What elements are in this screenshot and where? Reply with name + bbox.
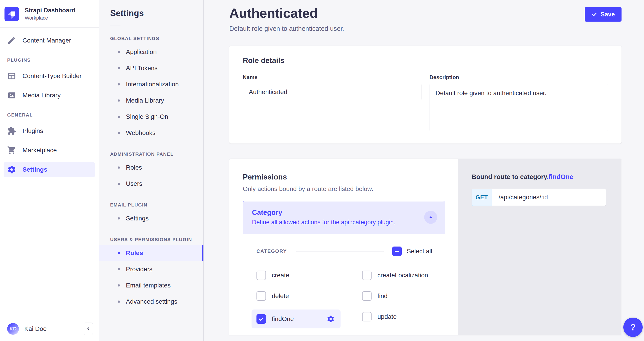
bullet-icon [118, 217, 120, 219]
settings-item-webhooks[interactable]: Webhooks [99, 125, 204, 141]
bullet-icon [118, 284, 120, 286]
gear-icon [326, 315, 335, 323]
user-name: Kai Doe [24, 325, 47, 332]
settings-item-api-tokens[interactable]: API Tokens [99, 60, 204, 76]
sidebar-item-plugins[interactable]: Plugins [4, 124, 95, 138]
settings-sidebar-title: Settings [99, 9, 204, 18]
findone-checkbox[interactable] [256, 314, 266, 324]
select-all-checkbox[interactable] [392, 246, 402, 256]
sidebar-footer: KD Kai Doe [0, 317, 99, 341]
chevron-up-icon [428, 214, 434, 220]
sidebar-item-content-manager[interactable]: Content Manager [4, 33, 95, 48]
http-method-badge: GET [472, 189, 492, 206]
sidebar-item-media-library[interactable]: Media Library [4, 88, 95, 103]
bullet-icon [118, 252, 120, 254]
bound-route-heading: Bound route to category.findOne [472, 173, 607, 181]
minus-icon [395, 251, 399, 252]
section-email-plugin: EMAIL PLUGIN [110, 202, 192, 208]
settings-item-up-roles[interactable]: Roles [99, 245, 204, 261]
settings-item-single-sign-on[interactable]: Single Sign-On [99, 109, 204, 125]
bullet-icon [118, 67, 120, 69]
select-all-label: Select all [407, 248, 432, 255]
check-icon [592, 12, 597, 17]
category-accordion: Category Define all allowed actions for … [243, 201, 445, 335]
edit-pen-icon [7, 36, 16, 45]
settings-sidebar: Settings GLOBAL SETTINGS Application API… [99, 0, 204, 341]
permission-createlocalization: createLocalization [362, 268, 432, 282]
permission-update: update [362, 309, 432, 324]
sidebar-item-content-type-builder[interactable]: Content-Type Builder [4, 69, 95, 84]
settings-item-internationalization[interactable]: Internationalization [99, 76, 204, 93]
check-icon [258, 316, 264, 322]
bullet-icon [118, 300, 120, 303]
category-accordion-header[interactable]: Category Define all allowed actions for … [243, 201, 445, 234]
sidebar-item-marketplace[interactable]: Marketplace [4, 143, 95, 158]
description-textarea[interactable]: Default role given to authenticated user… [430, 84, 608, 131]
save-button[interactable]: Save [585, 7, 622, 22]
description-label: Description [430, 74, 608, 81]
name-input[interactable] [243, 84, 422, 100]
category-group-label: CATEGORY [256, 248, 287, 254]
find-checkbox[interactable] [362, 291, 372, 301]
settings-item-email-templates[interactable]: Email templates [99, 277, 204, 293]
route-param: :id [541, 194, 548, 201]
strapi-logo-icon [4, 7, 19, 21]
sidebar-item-label: Content Manager [22, 37, 71, 44]
sidebar-item-label: Media Library [22, 92, 61, 99]
section-global-settings: GLOBAL SETTINGS [110, 36, 192, 41]
route-display: GET /api/categories/:id [472, 189, 606, 206]
chevron-left-icon [86, 326, 91, 332]
settings-item-email-settings[interactable]: Settings [99, 210, 204, 226]
section-administration-panel: ADMINISTRATION PANEL [110, 151, 192, 157]
settings-item-media-library[interactable]: Media Library [99, 93, 204, 109]
sidebar-item-label: Content-Type Builder [22, 73, 82, 80]
bullet-icon [118, 83, 120, 86]
route-path: /api/categories/:id [492, 189, 606, 206]
role-details-card: Role details Name Description Default ro… [229, 46, 622, 144]
permission-create: create [256, 268, 362, 282]
settings-item-admin-users[interactable]: Users [99, 176, 204, 192]
permissions-heading: Permissions [243, 173, 445, 181]
collapse-accordion-button[interactable] [424, 211, 437, 224]
bullet-icon [118, 166, 120, 169]
accordion-description: Define all allowed actions for the api::… [252, 219, 396, 226]
nav-section-general: GENERAL [7, 112, 95, 118]
createlocalization-checkbox[interactable] [362, 271, 372, 280]
avatar[interactable]: KD [7, 323, 19, 335]
create-checkbox[interactable] [256, 271, 266, 280]
permission-findone: findOne [252, 309, 340, 328]
cart-icon [7, 146, 16, 155]
bullet-icon [118, 132, 120, 134]
bullet-icon [118, 183, 120, 185]
sidebar-item-label: Marketplace [22, 147, 57, 154]
gear-icon [7, 165, 16, 174]
sidebar-item-settings[interactable]: Settings [4, 162, 95, 177]
collapse-sidebar-button[interactable] [84, 322, 93, 335]
bullet-icon [118, 51, 120, 53]
sidebar-item-label: Settings [22, 166, 47, 173]
permissions-card: Permissions Only actions bound by a rout… [229, 159, 458, 335]
help-button[interactable]: ? [623, 317, 643, 337]
nav-section-plugins: PLUGINS [7, 57, 95, 63]
puzzle-icon [7, 126, 16, 135]
workspace-title: Strapi Dashboard [25, 7, 75, 14]
delete-checkbox[interactable] [256, 291, 266, 301]
settings-item-admin-roles[interactable]: Roles [99, 159, 204, 176]
main-content: Authenticated Default role given to auth… [204, 0, 644, 341]
role-details-heading: Role details [243, 56, 608, 65]
permission-find: find [362, 289, 432, 303]
bullet-icon [118, 116, 120, 118]
permission-delete: delete [256, 289, 362, 303]
settings-item-providers[interactable]: Providers [99, 261, 204, 277]
workspace-brand[interactable]: Strapi Dashboard Workplace [0, 0, 99, 28]
update-checkbox[interactable] [362, 312, 372, 321]
findone-settings-button[interactable] [326, 315, 335, 323]
settings-item-advanced-settings[interactable]: Advanced settings [99, 293, 204, 310]
bullet-icon [118, 99, 120, 102]
category-accordion-body: CATEGORY Select all create [243, 234, 445, 335]
settings-item-application[interactable]: Application [99, 44, 204, 60]
workspace-subtitle: Workplace [25, 15, 75, 21]
bound-route-action: .findOne [547, 173, 574, 180]
divider [110, 25, 120, 26]
name-label: Name [243, 74, 422, 81]
